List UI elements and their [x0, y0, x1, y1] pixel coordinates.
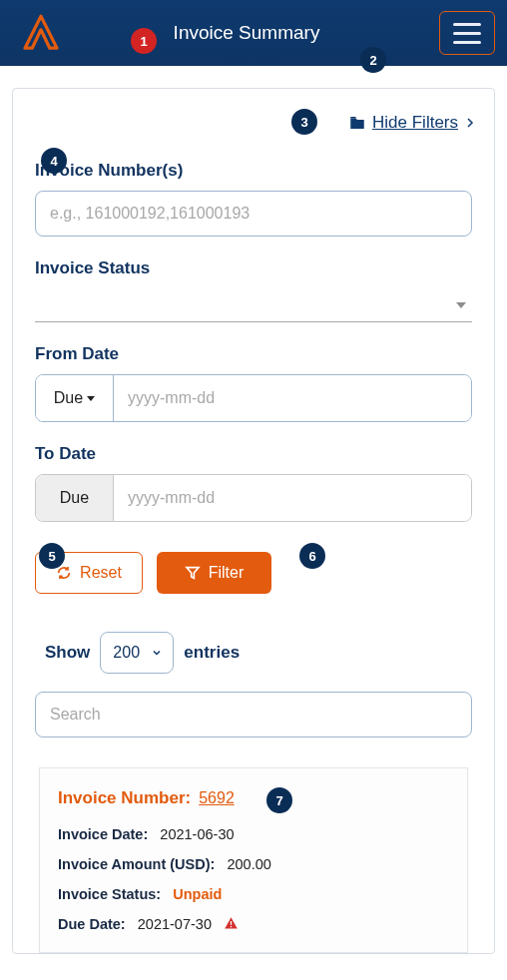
hide-filters-label: Hide Filters — [372, 113, 458, 133]
show-label: Show — [45, 643, 90, 663]
invoice-number-link[interactable]: 5692 — [199, 789, 235, 807]
invoice-number-label: Invoice Number: — [58, 788, 191, 808]
callout-badge-5: 5 — [39, 543, 65, 569]
invoice-amount-label: Invoice Amount (USD): — [58, 856, 215, 872]
app-header: Invoice Summary — [0, 0, 507, 66]
invoice-date-label: Invoice Date: — [58, 826, 148, 842]
refresh-icon — [56, 565, 72, 581]
page-title: Invoice Summary — [54, 22, 439, 44]
invoice-numbers-input[interactable] — [35, 191, 472, 237]
search-input[interactable] — [35, 692, 472, 737]
menu-button[interactable] — [439, 11, 495, 55]
to-date-input[interactable] — [114, 475, 471, 521]
invoice-due-label: Due Date: — [58, 916, 126, 932]
filters-card: Hide Filters Invoice Number(s) Invoice S… — [12, 88, 495, 954]
invoice-numbers-label: Invoice Number(s) — [35, 161, 472, 181]
callout-badge-7: 7 — [266, 787, 292, 813]
page-size-select[interactable]: 200 — [100, 632, 174, 674]
from-date-type-dropdown[interactable]: Due — [36, 375, 114, 421]
invoice-status-label: Invoice Status — [35, 258, 472, 278]
to-date-type-dropdown[interactable]: Due — [36, 475, 114, 521]
svg-marker-1 — [187, 568, 199, 579]
callout-badge-2: 2 — [360, 47, 386, 73]
filter-folder-icon — [348, 114, 366, 132]
callout-badge-1: 1 — [131, 28, 157, 54]
svg-rect-0 — [350, 117, 355, 119]
hide-filters-toggle[interactable]: Hide Filters — [31, 113, 476, 133]
filter-button[interactable]: Filter — [157, 552, 271, 594]
callout-badge-4: 4 — [41, 148, 67, 174]
invoice-amount-value: 200.00 — [227, 856, 270, 872]
warning-icon — [224, 916, 239, 931]
callout-badge-6: 6 — [299, 543, 325, 569]
svg-rect-2 — [231, 921, 232, 925]
from-date-label: From Date — [35, 344, 472, 364]
from-date-input[interactable] — [114, 375, 471, 421]
callout-badge-3: 3 — [291, 109, 317, 135]
entries-label: entries — [184, 643, 240, 663]
to-date-label: To Date — [35, 444, 472, 464]
invoice-date-value: 2021-06-30 — [160, 826, 234, 842]
chevron-down-icon — [151, 647, 163, 659]
funnel-icon — [185, 565, 201, 581]
invoice-status-label: Invoice Status: — [58, 886, 161, 902]
invoice-status-select[interactable] — [35, 288, 472, 322]
chevron-right-icon — [464, 115, 476, 131]
caret-down-icon — [87, 396, 95, 401]
caret-down-icon — [456, 302, 466, 308]
svg-rect-3 — [231, 926, 232, 927]
invoice-due-value: 2021-07-30 — [138, 916, 212, 932]
invoice-card: Invoice Number: 5692 Invoice Date: 2021-… — [39, 767, 468, 953]
invoice-status-value: Unpaid — [173, 886, 222, 902]
